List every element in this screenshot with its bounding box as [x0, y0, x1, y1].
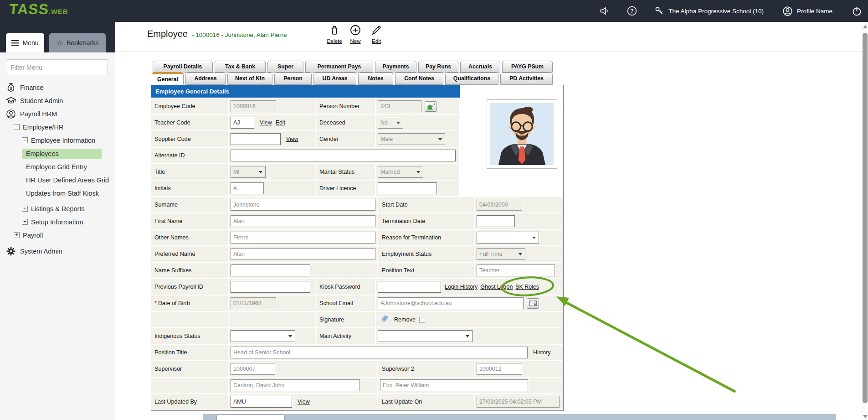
- scrollbar-thumb[interactable]: [863, 33, 868, 403]
- last-updated-by-view-link[interactable]: View: [298, 399, 310, 405]
- preferred-name-input[interactable]: [231, 248, 375, 260]
- help-icon[interactable]: ?: [626, 5, 638, 17]
- tab-qualifications[interactable]: Qualifications: [445, 73, 498, 85]
- supervisor-name-input[interactable]: [231, 379, 360, 391]
- date-of-birth-input[interactable]: [231, 297, 276, 309]
- sidebar-item-payroll[interactable]: + Payroll: [0, 228, 115, 242]
- position-title-history-link[interactable]: History: [533, 349, 551, 356]
- new-button[interactable]: New: [346, 24, 365, 44]
- sidebar-item-employee-information[interactable]: − Employee Information: [0, 134, 115, 147]
- tab-person[interactable]: Person: [274, 73, 312, 85]
- school-email-input[interactable]: [378, 297, 524, 309]
- tab-super[interactable]: Super: [267, 61, 303, 73]
- tab-permanent-pays[interactable]: Permanent Pays: [305, 61, 373, 73]
- tab-pd-activities[interactable]: PD Activities: [500, 73, 553, 85]
- position-text-input[interactable]: [477, 264, 555, 276]
- sidebar-item-employees[interactable]: Employees: [0, 147, 115, 160]
- sidebar-item-listings-reports[interactable]: + Listings & Reports: [0, 202, 115, 215]
- tab-next-of-kin[interactable]: Next of Kin: [227, 73, 272, 85]
- supervisor2-code-input[interactable]: [477, 363, 522, 375]
- logo-text: TASS: [9, 1, 49, 17]
- supplier-code-input[interactable]: [231, 133, 281, 145]
- paperclip-icon[interactable]: [380, 314, 389, 325]
- teacher-view-link[interactable]: View: [260, 119, 272, 126]
- expand-icon[interactable]: +: [14, 232, 20, 238]
- scroll-up-arrow-icon[interactable]: [863, 25, 868, 28]
- initials-input[interactable]: [231, 182, 264, 194]
- first-name-input[interactable]: [231, 215, 375, 227]
- tab-tax-bank[interactable]: Tax & Bank: [215, 61, 266, 73]
- expand-icon[interactable]: +: [22, 206, 28, 212]
- name-suffixes-input[interactable]: [231, 264, 310, 276]
- sidebar-item-setup-information[interactable]: + Setup Information: [0, 215, 115, 228]
- ghost-logon-link[interactable]: Ghost Logon: [480, 284, 513, 290]
- tab-bookmarks[interactable]: ☆ Bookmarks: [49, 33, 106, 52]
- reason-for-termination-select[interactable]: [477, 232, 539, 244]
- tab-pay-runs[interactable]: Pay Runs: [418, 61, 458, 73]
- supervisor2-name-input[interactable]: [380, 379, 528, 391]
- gender-select[interactable]: Male: [378, 133, 445, 145]
- community-link-button[interactable]: [425, 101, 437, 112]
- sidebar-item-payroll-hrm[interactable]: Payroll HRM: [0, 107, 115, 120]
- sidebar-item-employee-hr[interactable]: − Employee/HR: [0, 120, 115, 134]
- vertical-scrollbar[interactable]: [862, 22, 868, 420]
- expand-icon[interactable]: +: [22, 219, 28, 225]
- tab-notes[interactable]: Notes: [358, 73, 393, 85]
- sidebar-item-student-admin[interactable]: Student Admin: [0, 94, 115, 107]
- sidebar-item-hr-user-defined-areas-grid[interactable]: HR User Defined Areas Grid: [0, 173, 115, 187]
- employee-code-input[interactable]: [231, 100, 276, 112]
- profile-menu[interactable]: Profile Name: [782, 5, 832, 17]
- driver-licence-input[interactable]: [378, 182, 437, 194]
- surname-input[interactable]: [231, 199, 375, 211]
- delete-button[interactable]: Delete: [325, 24, 344, 44]
- previous-payroll-id-input[interactable]: [231, 281, 310, 293]
- person-number-input[interactable]: [378, 100, 421, 112]
- scroll-down-arrow-icon[interactable]: [863, 415, 868, 418]
- last-update-on-input[interactable]: [477, 396, 560, 408]
- sidebar: $ Finance Student Admin Payroll HRM − Em…: [0, 52, 115, 420]
- collapse-icon[interactable]: −: [14, 124, 20, 130]
- sidebar-item-finance[interactable]: $ Finance: [0, 81, 115, 94]
- teacher-code-input[interactable]: [231, 117, 254, 129]
- start-date-input[interactable]: [477, 199, 522, 211]
- title-select[interactable]: Mr: [231, 166, 266, 178]
- supplier-view-link[interactable]: View: [286, 136, 298, 142]
- termination-date-input[interactable]: [477, 215, 515, 227]
- logout-icon[interactable]: [851, 5, 863, 17]
- tab-ud-areas[interactable]: UD Areas: [313, 73, 356, 85]
- teacher-edit-link[interactable]: Edit: [276, 119, 285, 126]
- login-history-link[interactable]: Login History: [445, 284, 478, 290]
- tab-accruals[interactable]: Accruals: [460, 61, 500, 73]
- tab-general[interactable]: General: [152, 73, 184, 85]
- edit-button[interactable]: Edit: [367, 24, 386, 44]
- tab-payroll-details[interactable]: Payroll Details: [153, 61, 213, 73]
- filter-menu-input[interactable]: [6, 59, 108, 75]
- tab-payg-psum[interactable]: PAYG PSum: [502, 61, 553, 73]
- alternate-id-input[interactable]: [231, 150, 456, 161]
- other-names-input[interactable]: [231, 232, 375, 244]
- bottom-frame-tab[interactable]: [216, 415, 285, 420]
- main-activity-select[interactable]: [378, 330, 473, 342]
- sidebar-item-updates-from-staff-kiosk[interactable]: Updates from Staff Kiosk: [0, 187, 115, 200]
- sidebar-item-employee-grid-entry[interactable]: Employee Grid Entry: [0, 160, 115, 173]
- school-selector[interactable]: The Alpha Progressive School (10): [653, 5, 764, 17]
- chevron-down-icon: [396, 122, 400, 124]
- email-icon[interactable]: [527, 298, 539, 309]
- collapse-icon[interactable]: −: [22, 137, 28, 143]
- remove-signature-checkbox[interactable]: [419, 317, 425, 323]
- tab-conf-notes[interactable]: Conf Notes: [395, 73, 443, 85]
- announcements-icon[interactable]: [599, 5, 611, 17]
- marital-status-select[interactable]: Married: [378, 166, 423, 178]
- deceased-select[interactable]: No: [378, 117, 403, 129]
- kiosk-password-input[interactable]: [378, 281, 441, 293]
- indigenous-status-select[interactable]: [231, 330, 295, 342]
- last-updated-by-input[interactable]: [231, 396, 292, 408]
- sidebar-item-system-admin[interactable]: System Admin: [0, 244, 115, 258]
- tab-payments[interactable]: Payments: [375, 61, 416, 73]
- position-title-input[interactable]: [231, 347, 528, 358]
- tab-menu[interactable]: Menu: [6, 33, 44, 52]
- supervisor-code-input[interactable]: [231, 363, 275, 375]
- sk-roles-link[interactable]: SK Roles: [515, 284, 539, 290]
- employment-status-select[interactable]: Full Time: [477, 248, 525, 260]
- tab-address[interactable]: Address: [185, 73, 226, 85]
